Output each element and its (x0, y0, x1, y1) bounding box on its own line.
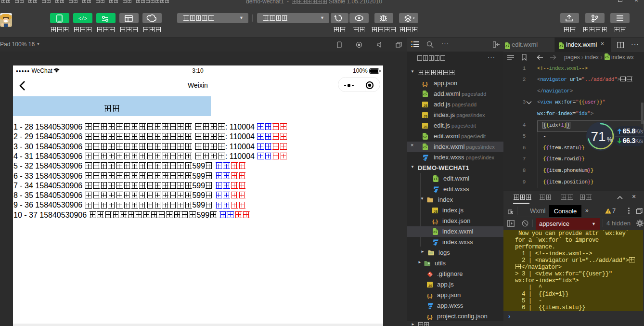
svg-text:71: 71 (591, 129, 605, 144)
svg-text:%: % (607, 136, 612, 143)
svg-text:</>: </> (78, 16, 87, 22)
